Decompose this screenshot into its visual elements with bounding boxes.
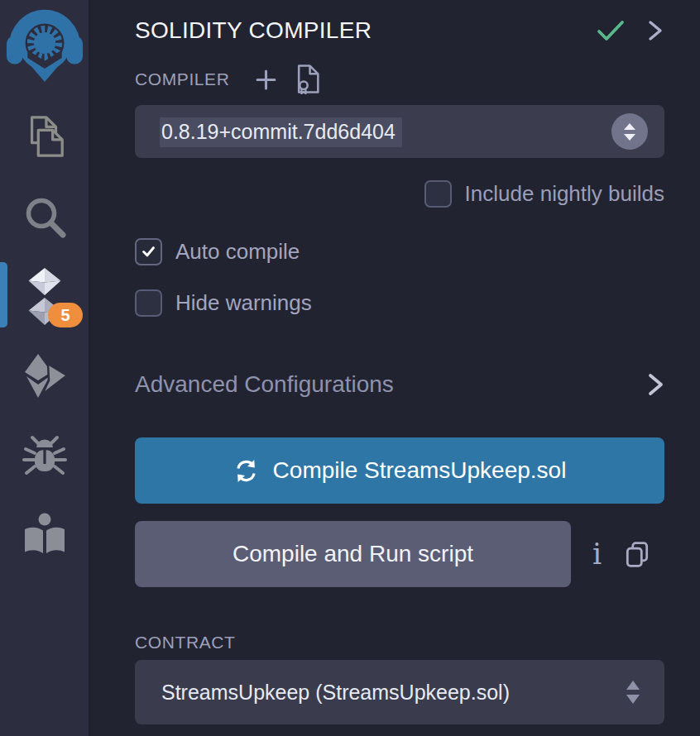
contract-select-value: StreamsUpkeep (StreamsUpkeep.sol) xyxy=(161,681,626,705)
include-nightly-checkbox[interactable] xyxy=(424,180,452,208)
info-icon[interactable]: i xyxy=(592,540,602,569)
learn-book-icon[interactable] xyxy=(0,511,89,559)
search-icon[interactable] xyxy=(0,194,89,240)
compiler-section-header: COMPILER xyxy=(135,66,664,93)
advanced-configurations-toggle[interactable]: Advanced Configurations xyxy=(135,371,664,398)
compile-button[interactable]: Compile StreamsUpkeep.sol xyxy=(135,437,664,504)
compile-and-run-button[interactable]: Compile and Run script xyxy=(135,521,571,587)
contract-label: CONTRACT xyxy=(135,633,235,652)
solidity-compiler-panel: SOLIDITY COMPILER COMPILER xyxy=(91,0,700,736)
auto-compile-checkbox[interactable] xyxy=(135,238,162,265)
compiler-error-count-badge: 5 xyxy=(48,303,83,327)
compile-button-label: Compile StreamsUpkeep.sol xyxy=(273,457,567,484)
compile-success-check-icon xyxy=(597,19,625,42)
advanced-configurations-label: Advanced Configurations xyxy=(135,371,648,398)
compiler-version-value: 0.8.19+commit.7dd6d404 xyxy=(161,120,611,144)
hide-warnings-checkbox[interactable] xyxy=(135,289,162,317)
compiler-license-file-seal-icon[interactable] xyxy=(295,65,321,94)
contract-section-header: CONTRACT xyxy=(135,632,664,653)
advanced-chevron-right-icon xyxy=(648,371,664,398)
file-explorer-icon[interactable] xyxy=(0,114,89,159)
hide-warnings-row: Hide warnings xyxy=(135,289,664,317)
panel-title: SOLIDITY COMPILER xyxy=(135,17,597,44)
auto-compile-row: Auto compile xyxy=(135,238,664,265)
sync-refresh-icon xyxy=(233,458,259,484)
remix-logo-icon[interactable] xyxy=(0,5,89,83)
add-custom-compiler-icon[interactable] xyxy=(255,69,277,91)
compiler-label: COMPILER xyxy=(135,69,230,89)
select-arrows-icon xyxy=(626,681,640,704)
copy-icon[interactable] xyxy=(623,540,651,568)
panel-header: SOLIDITY COMPILER xyxy=(135,13,664,48)
panel-collapse-chevron-icon[interactable] xyxy=(646,20,664,41)
compile-run-row: Compile and Run script i xyxy=(135,521,664,587)
deploy-run-icon[interactable] xyxy=(0,352,89,400)
compiler-version-select[interactable]: 0.8.19+commit.7dd6d404 xyxy=(135,105,664,158)
include-nightly-label[interactable]: Include nightly builds xyxy=(465,181,664,207)
debugger-bug-icon[interactable] xyxy=(0,435,89,481)
select-stepper-icon[interactable] xyxy=(611,113,648,150)
icon-panel: 5 xyxy=(0,0,91,736)
auto-compile-label[interactable]: Auto compile xyxy=(175,239,300,265)
contract-select[interactable]: StreamsUpkeep (StreamsUpkeep.sol) xyxy=(135,660,664,724)
include-nightly-row: Include nightly builds xyxy=(135,180,664,208)
remix-ide: 5 xyxy=(0,0,700,736)
hide-warnings-label[interactable]: Hide warnings xyxy=(175,290,312,316)
